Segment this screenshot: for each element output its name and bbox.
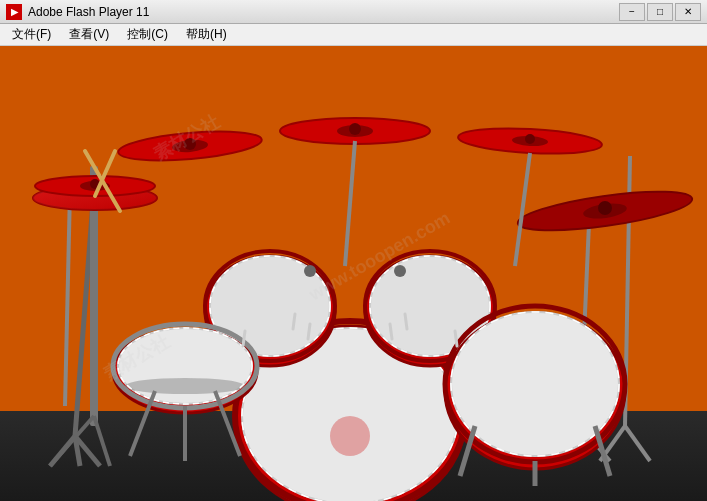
svg-line-70 — [455, 331, 457, 346]
svg-point-54 — [451, 312, 619, 456]
svg-point-31 — [525, 134, 535, 144]
flash-content[interactable]: 素材公社 www.tooopen.com 素材公社 — [0, 46, 707, 501]
svg-point-39 — [330, 416, 370, 456]
svg-line-72 — [515, 153, 530, 266]
svg-line-68 — [390, 324, 392, 339]
svg-line-13 — [625, 426, 650, 461]
svg-line-69 — [405, 314, 407, 329]
menu-help[interactable]: 帮助(H) — [178, 24, 235, 45]
menu-control[interactable]: 控制(C) — [119, 24, 176, 45]
app-title: Adobe Flash Player 11 — [28, 5, 619, 19]
menu-file[interactable]: 文件(F) — [4, 24, 59, 45]
svg-line-71 — [345, 141, 355, 266]
svg-point-73 — [304, 265, 316, 277]
svg-point-25 — [184, 138, 196, 150]
drum-kit-svg — [0, 46, 707, 501]
title-bar: ▶ Adobe Flash Player 11 − □ ✕ — [0, 0, 707, 24]
close-button[interactable]: ✕ — [675, 3, 701, 21]
window-controls: − □ ✕ — [619, 3, 701, 21]
svg-line-5 — [50, 416, 94, 466]
svg-line-7 — [65, 191, 70, 406]
menu-view[interactable]: 查看(V) — [61, 24, 117, 45]
svg-point-74 — [394, 265, 406, 277]
svg-point-51 — [125, 378, 245, 394]
svg-point-28 — [349, 123, 361, 135]
svg-line-65 — [243, 331, 245, 346]
app-icon: ▶ — [6, 4, 22, 20]
maximize-button[interactable]: □ — [647, 3, 673, 21]
minimize-button[interactable]: − — [619, 3, 645, 21]
svg-line-66 — [293, 314, 295, 329]
app-icon-letter: ▶ — [11, 7, 18, 17]
svg-point-34 — [598, 201, 612, 215]
svg-line-67 — [308, 324, 310, 339]
menu-bar: 文件(F) 查看(V) 控制(C) 帮助(H) — [0, 24, 707, 46]
